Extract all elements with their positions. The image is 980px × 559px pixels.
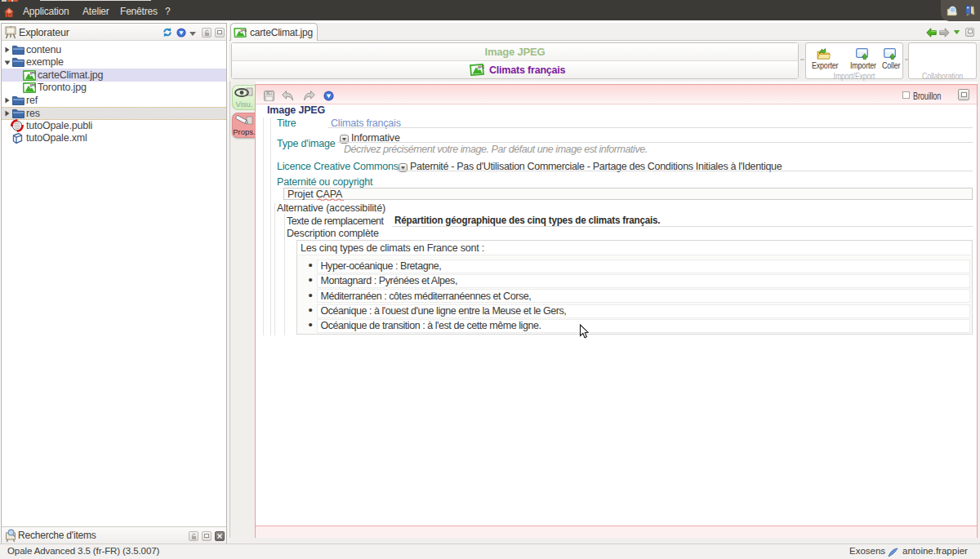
svg-text:JPG: JPG [29, 83, 36, 87]
svg-text:JPG: JPG [29, 71, 36, 75]
svg-text:JPG: JPG [240, 29, 247, 33]
svg-text:JPG: JPG [477, 64, 484, 69]
